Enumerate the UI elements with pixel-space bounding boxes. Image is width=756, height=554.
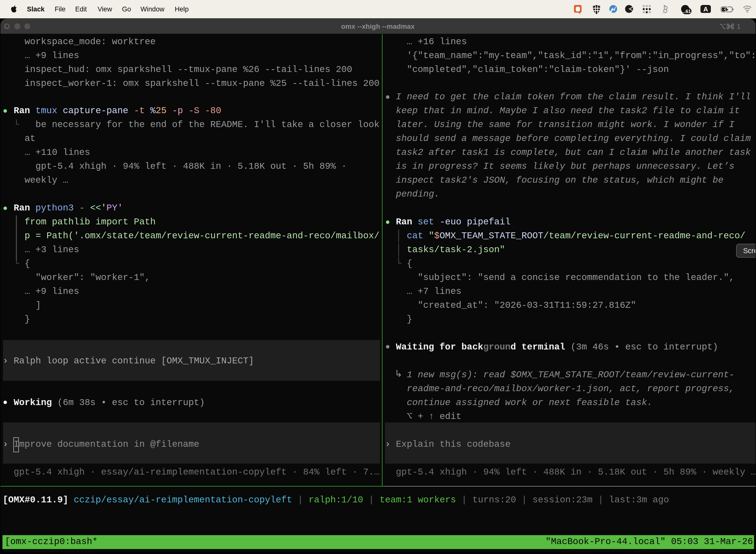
svg-text:A: A: [703, 5, 708, 13]
svg-text:..61: ..61: [683, 8, 691, 14]
